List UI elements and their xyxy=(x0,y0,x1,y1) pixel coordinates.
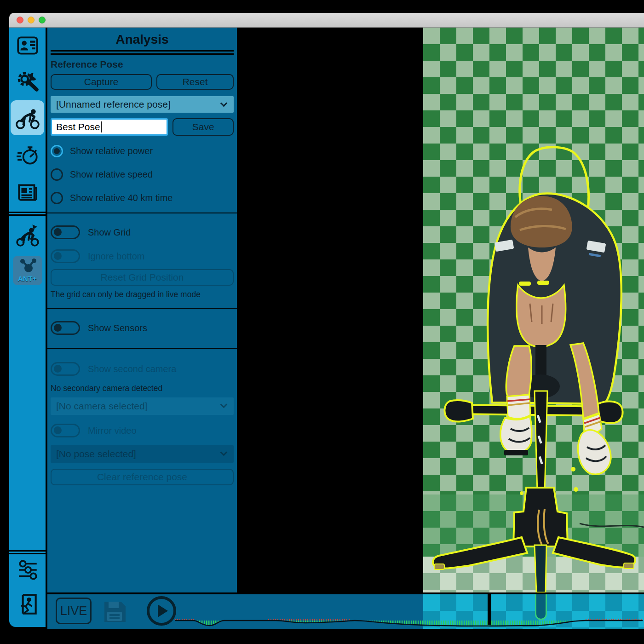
titlebar xyxy=(9,13,644,28)
chevron-down-icon xyxy=(220,100,228,107)
title-underline-2 xyxy=(51,53,234,55)
camera-select-value: [No camera selected] xyxy=(56,401,147,412)
reference-pose-select-value: [Unnamed reference pose] xyxy=(56,99,171,110)
sidebar-item-exit[interactable] xyxy=(9,592,46,616)
text-caret xyxy=(101,121,102,132)
pose-name-input-value: Best Pose xyxy=(56,121,100,132)
radio-show-relative-40km[interactable]: Show relative 40 km time xyxy=(51,192,234,204)
show-second-camera-toggle: Show second camera xyxy=(51,362,234,376)
reference-pose-heading: Reference Pose xyxy=(51,59,234,70)
radio-circle[interactable] xyxy=(51,192,63,204)
transport-bar: LIVE xyxy=(47,592,644,629)
sliders-icon xyxy=(15,558,40,582)
ignore-bottom-toggle: Ignore bottom xyxy=(51,249,234,263)
settings-wrench-gear-icon xyxy=(15,68,40,93)
sidebar-item-pose-tracking[interactable] xyxy=(9,223,46,247)
capture-button[interactable]: Capture xyxy=(51,74,152,90)
chevron-down-icon xyxy=(220,449,228,456)
profile-card-icon xyxy=(15,33,40,58)
video-viewport xyxy=(423,28,644,592)
minimize-button[interactable] xyxy=(28,17,34,23)
second-pose-select-value: [No pose selected] xyxy=(56,448,136,460)
title-underline xyxy=(51,50,234,52)
toggle-switch[interactable] xyxy=(51,321,80,335)
section-divider xyxy=(47,213,237,213)
timeline-waveform[interactable] xyxy=(47,594,644,629)
grid-note: The grid can only be dragged in live mod… xyxy=(51,290,234,299)
radio-circle-selected[interactable] xyxy=(51,145,63,157)
stopwatch-icon xyxy=(15,143,40,167)
radio-circle[interactable] xyxy=(51,168,63,181)
ant-plus-icon: ANT+ xyxy=(13,256,42,285)
show-grid-toggle[interactable]: Show Grid xyxy=(51,225,234,239)
sidebar-separator-bottom xyxy=(9,550,46,554)
clear-reference-pose-button: Clear reference pose xyxy=(51,469,234,485)
radio-show-relative-speed[interactable]: Show relative speed xyxy=(51,168,234,181)
reference-pose-select[interactable]: [Unnamed reference pose] xyxy=(51,96,234,113)
analysis-panel: Analysis Reference Pose Capture Reset [U… xyxy=(47,28,239,592)
show-sensors-toggle[interactable]: Show Sensors xyxy=(51,321,234,335)
reset-button[interactable]: Reset xyxy=(156,74,234,90)
sidebar-item-settings[interactable] xyxy=(9,68,46,93)
ant-plus-label: ANT+ xyxy=(18,276,37,282)
section-divider xyxy=(47,348,237,349)
toggle-switch xyxy=(51,362,80,376)
cyclist-tracking-icon xyxy=(15,223,40,247)
reset-grid-position-button: Reset Grid Position xyxy=(51,269,234,286)
toggle-switch xyxy=(51,424,80,437)
sidebar-item-adjustments[interactable] xyxy=(9,558,46,582)
exit-run-icon xyxy=(15,592,40,616)
zoom-button[interactable] xyxy=(39,17,46,23)
sidebar-item-report[interactable] xyxy=(9,179,46,204)
camera-select: [No camera selected] xyxy=(51,397,234,415)
timeline-playhead[interactable] xyxy=(488,594,491,625)
second-camera-note: No secondary camera detected xyxy=(51,384,234,393)
sidebar-item-profile[interactable] xyxy=(9,33,46,58)
cyclist-icon xyxy=(15,105,40,130)
sidebar-item-bike-analysis[interactable] xyxy=(11,100,44,135)
second-pose-select: [No pose selected] xyxy=(51,445,234,463)
sidebar-item-timer[interactable] xyxy=(9,143,46,167)
app-window: ANT+ Analysis Reference Pose Cap xyxy=(0,0,644,644)
cyclist-pose-overlay xyxy=(423,28,644,592)
sidebar-separator xyxy=(9,212,46,216)
news-report-icon xyxy=(15,179,40,204)
panel-title: Analysis xyxy=(51,32,234,47)
mirror-video-toggle: Mirror video xyxy=(51,424,234,437)
toggle-switch xyxy=(51,249,80,263)
toggle-switch[interactable] xyxy=(51,225,80,239)
chevron-down-icon xyxy=(220,401,228,408)
save-button[interactable]: Save xyxy=(172,118,234,136)
radio-show-relative-power[interactable]: Show relative power xyxy=(51,145,234,157)
pose-name-input[interactable]: Best Pose xyxy=(51,118,168,136)
section-divider xyxy=(47,308,237,309)
close-button[interactable] xyxy=(17,17,23,23)
sidebar-item-ant-plus[interactable]: ANT+ xyxy=(9,256,46,285)
sidebar: ANT+ xyxy=(9,28,47,627)
